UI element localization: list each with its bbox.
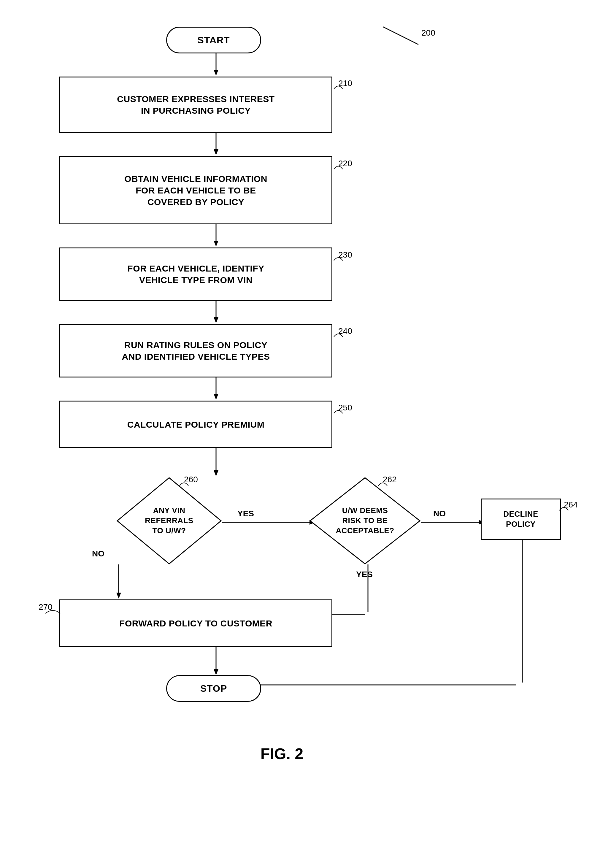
arrow-start-to-210 <box>213 53 220 77</box>
step-210: CUSTOMER EXPRESSES INTERESTIN PURCHASING… <box>59 77 332 133</box>
arrow-260-yes-to-262 <box>222 519 317 526</box>
step-240: RUN RATING RULES ON POLICYAND IDENTIFIED… <box>59 324 332 378</box>
ref-230-curve <box>332 253 344 262</box>
decision-262: U/W DEEMSRISK TO BEACCEPTABLE? <box>309 476 421 565</box>
arrow-220-to-230 <box>213 224 220 248</box>
no-260-label: NO <box>92 549 105 558</box>
ref-250-curve <box>332 406 344 415</box>
arrow-240-to-250 <box>213 378 220 401</box>
flowchart-diagram: 200 START CUSTOMER EXPRESSES INTERESTIN … <box>0 0 592 868</box>
ref-270-curve <box>44 606 62 615</box>
svg-line-0 <box>383 27 418 44</box>
arrow-210-to-220 <box>213 133 220 157</box>
ref-220-curve <box>332 162 344 171</box>
step-230: FOR EACH VEHICLE, IDENTIFYVEHICLE TYPE F… <box>59 248 332 301</box>
arrow-270-to-stop <box>213 647 220 677</box>
ref-240-curve <box>332 329 344 338</box>
step-270: FORWARD POLICY TO CUSTOMER <box>59 599 332 647</box>
arrow-250-to-260 <box>213 448 220 478</box>
ref-262-curve <box>377 478 389 487</box>
svg-marker-2 <box>214 70 218 76</box>
svg-marker-12 <box>214 470 218 476</box>
step-250: CALCULATE POLICY PREMIUM <box>59 401 332 448</box>
arrow-264-to-stop <box>217 681 522 688</box>
svg-marker-8 <box>214 317 218 323</box>
svg-marker-6 <box>214 241 218 247</box>
ref-200-arrow <box>380 24 427 47</box>
figure-label: FIG. 2 <box>208 745 356 763</box>
arrow-260-no-down <box>115 564 122 600</box>
step-264: DECLINEPOLICY <box>481 499 561 540</box>
arrow-262-no-to-264 <box>421 519 486 526</box>
arrow-262-yes-down <box>365 564 372 618</box>
yes-260-label: YES <box>238 509 254 518</box>
svg-marker-10 <box>214 394 218 400</box>
svg-marker-4 <box>214 149 218 155</box>
arrow-230-to-240 <box>213 301 220 325</box>
svg-marker-26 <box>214 669 218 675</box>
ref-264-curve <box>558 503 570 512</box>
step-220: OBTAIN VEHICLE INFORMATIONFOR EACH VEHIC… <box>59 156 332 224</box>
ref-260-curve <box>178 478 190 487</box>
arrow-264-down <box>519 540 526 685</box>
no-262-label: NO <box>433 509 446 518</box>
stop-terminal: STOP <box>166 675 261 702</box>
start-terminal: START <box>166 27 261 53</box>
svg-marker-20 <box>116 593 121 599</box>
ref-210-curve <box>332 81 344 90</box>
decision-260: ANY VINREFERRALSTO U/W? <box>116 476 223 565</box>
